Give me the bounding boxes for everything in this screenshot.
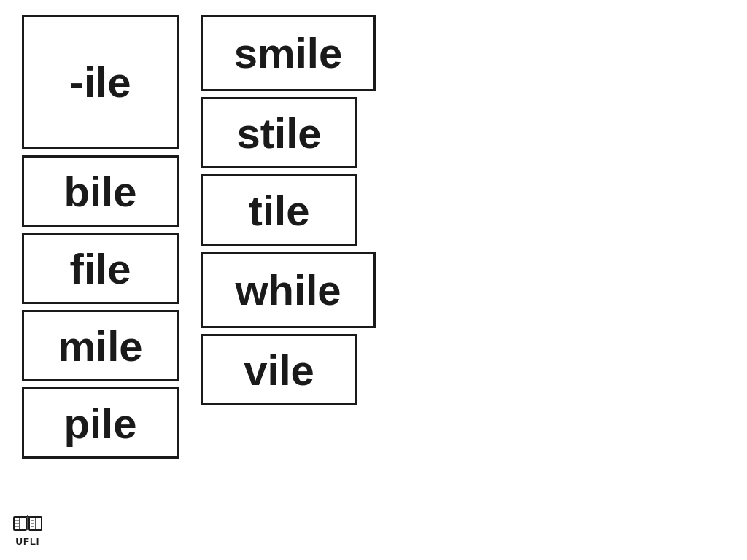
header-card: -ile — [22, 15, 179, 149]
word-tile: tile — [249, 186, 310, 235]
left-column: -ile bile file mile pile — [22, 15, 179, 459]
word-card-while: while — [201, 252, 376, 328]
word-mile: mile — [58, 322, 142, 370]
main-content: -ile bile file mile pile smile stile til… — [0, 0, 747, 473]
header-label: -ile — [70, 58, 131, 106]
word-card-pile: pile — [22, 387, 179, 459]
ufli-icon — [13, 511, 42, 534]
word-card-vile: vile — [201, 334, 357, 405]
word-card-smile: smile — [201, 15, 376, 91]
ufli-text: UFLI — [16, 536, 40, 547]
word-smile: smile — [234, 28, 342, 77]
word-card-tile: tile — [201, 174, 357, 246]
ufli-logo: UFLI — [13, 511, 42, 547]
word-stile: stile — [236, 109, 321, 158]
right-column: smile stile tile while vile — [201, 15, 376, 405]
word-card-stile: stile — [201, 97, 357, 168]
word-vile: vile — [244, 346, 314, 394]
word-bile: bile — [64, 167, 137, 216]
word-pile: pile — [64, 399, 137, 448]
word-card-bile: bile — [22, 155, 179, 227]
word-while: while — [235, 265, 341, 314]
word-card-mile: mile — [22, 310, 179, 381]
word-file: file — [70, 244, 131, 293]
word-card-file: file — [22, 233, 179, 304]
